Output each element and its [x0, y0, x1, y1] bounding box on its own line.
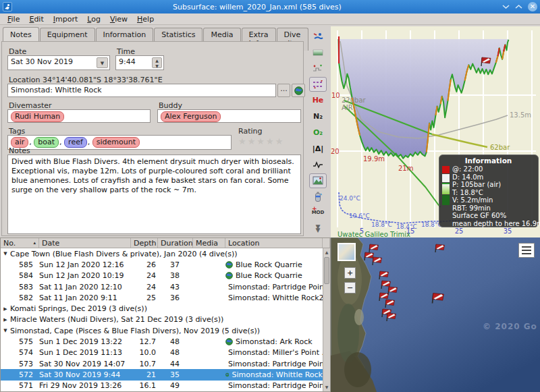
globe-icon — [294, 86, 303, 95]
window-title: Subsurface: willem_2020_Jan.xml (585 div… — [12, 3, 502, 11]
profile-toolbar: He N₂ O₂ |Δ| — [305, 25, 331, 237]
rating-label: Rating — [238, 127, 262, 136]
chevron-down-icon[interactable]: ▼ — [97, 57, 108, 68]
tag-chip-sidemount[interactable]: sidemount — [92, 137, 140, 148]
scroll-down-icon[interactable]: ▼ — [323, 383, 330, 391]
expand-icon[interactable]: ▶ — [1, 306, 10, 312]
svg-text:18.4°C: 18.4°C — [396, 223, 417, 230]
tag-chip-reef[interactable]: reef — [64, 137, 87, 148]
dive-row-575[interactable]: 575Sun 1 Dec 2019 13:2212.748Simonstad: … — [1, 336, 323, 347]
dive-row-572[interactable]: 572Sat 30 Nov 2019 9:442135Simonstad: Wh… — [1, 369, 323, 380]
star-icon[interactable]: ★ — [238, 136, 248, 146]
show-photos-button[interactable] — [309, 173, 327, 188]
dive-row-583[interactable]: 583Sat 11 Jan 2020 12:102443Simonstad: P… — [1, 281, 323, 292]
rating-stars[interactable]: ★★★★★ — [238, 136, 284, 146]
divemaster-input[interactable]: Rudi Human — [7, 109, 151, 123]
dive-row-582[interactable]: 582Sat 11 Jan 2020 9:112536Simonstad: Wh… — [1, 292, 323, 303]
trip-group-label: Komati Springs, Dec 2019 (3 dive(s)) — [10, 304, 147, 313]
map-zoom-out-button[interactable]: − — [344, 282, 356, 293]
calculated-ceiling-button[interactable] — [309, 61, 327, 76]
tags-input[interactable]: air, boat, reef, sidemount — [7, 135, 232, 150]
expand-icon[interactable]: ▶ — [1, 317, 10, 323]
trip-group-label: Simonstad, Cape (Pisces & Blue Flash Div… — [10, 327, 260, 335]
ruler-button[interactable]: |Δ| — [309, 141, 327, 156]
notes-textarea[interactable]: Dived with Blue Flash Divers. 4th elemen… — [7, 155, 301, 234]
date-combobox[interactable]: Sat 30 Nov 2019 ▼ — [7, 55, 110, 70]
tooltip-title: Information — [442, 157, 535, 165]
column-header-duration[interactable]: Duration — [158, 238, 193, 248]
trip-group-label: Cape Town (Blue Flash Divers & private),… — [10, 250, 238, 258]
dive-row-571[interactable]: 571Fri 29 Nov 2019 13:2616.149Simonstad:… — [1, 381, 323, 391]
dive-mode-button[interactable] — [309, 29, 327, 44]
minimize-button[interactable] — [502, 4, 510, 9]
title-bar[interactable]: Subsurface: willem_2020_Jan.xml (585 div… — [0, 0, 540, 13]
toggle-n2-button[interactable]: N₂ — [309, 109, 327, 124]
toggle-o2-button[interactable]: O₂ — [309, 125, 327, 140]
dc-ceiling-button[interactable] — [309, 77, 327, 92]
trip-group-row[interactable]: ▶Miracle Waters (Nudi Divers), Sat 21 De… — [1, 314, 323, 325]
star-icon[interactable]: ★ — [266, 136, 275, 146]
column-header-media[interactable]: Media — [193, 238, 225, 248]
svg-text:18.8°C: 18.8°C — [371, 221, 392, 228]
globe-icon — [225, 261, 233, 269]
trip-group-row[interactable]: ▶Komati Springs, Dec 2019 (3 dive(s)) — [1, 303, 323, 314]
maximize-button[interactable] — [515, 4, 522, 9]
dive-list-header: No.▴DateDepthDurationMediaLocation — [1, 238, 330, 248]
profile-shading-button[interactable] — [309, 45, 327, 60]
map-menu-button[interactable] — [518, 243, 535, 258]
map-copyright: © 2020 Go — [483, 322, 537, 331]
collapse-icon[interactable]: ▼ — [1, 328, 10, 333]
time-value: 9:44 — [119, 57, 136, 66]
star-icon[interactable]: ★ — [248, 136, 257, 146]
menu-import[interactable]: Import — [49, 14, 83, 24]
buddy-input[interactable]: Alex Ferguson — [157, 109, 301, 123]
collapse-icon[interactable]: ▼ — [1, 251, 10, 256]
dive-profile-chart[interactable]: 10205152535220barAIR62bar13.5m19.9m21m24… — [331, 25, 540, 237]
column-header-location[interactable]: Location — [225, 238, 323, 248]
menu-file[interactable]: File — [3, 14, 24, 24]
menu-edit[interactable]: Edit — [24, 14, 48, 24]
svg-text:20: 20 — [331, 148, 340, 155]
globe-icon — [225, 338, 233, 345]
minimap-thumbnail[interactable] — [338, 243, 356, 261]
toggle-he-button[interactable]: He — [309, 93, 327, 108]
menu-log[interactable]: Log — [82, 14, 105, 24]
tag-chip-boat[interactable]: boat — [34, 137, 59, 148]
collapse-toolbar-button[interactable]: ▼▼ — [309, 221, 327, 236]
star-icon[interactable]: ★ — [275, 136, 285, 146]
location-browse-button[interactable]: ... — [277, 84, 290, 97]
dive-site-map[interactable]: + − © 2020 Go — [331, 237, 540, 392]
dive-row-585[interactable]: 585Sun 12 Jan 2020 12:162637Blue Rock Qu… — [1, 259, 323, 270]
trip-group-row[interactable]: ▼Simonstad, Cape (Pisces & Blue Flash Di… — [1, 325, 323, 336]
menu-view[interactable]: View — [105, 14, 132, 24]
dive-row-584[interactable]: 584Sun 12 Jan 2020 10:192438Blue Rock Qu… — [1, 271, 323, 281]
diver-icon — [4, 3, 11, 10]
svg-text:21m: 21m — [398, 165, 413, 172]
divemaster-chip[interactable]: Rudi Human — [11, 111, 64, 122]
dive-row-574[interactable]: 574Sun 1 Dec 2019 11:1310.048Simonstad: … — [1, 347, 323, 358]
spinner-arrows-icon[interactable]: ▲▼ — [152, 57, 162, 68]
heart-rate-button[interactable] — [309, 157, 327, 172]
location-value: Simonstad: Whittle Rock — [11, 86, 102, 94]
location-input[interactable]: Simonstad: Whittle Rock — [7, 84, 276, 97]
star-icon[interactable]: ★ — [256, 136, 266, 146]
column-header-no[interactable]: No.▴ — [1, 238, 39, 248]
dive-row-573[interactable]: 573Sat 30 Nov 2019 14:0710.744Simonstad:… — [1, 358, 323, 369]
scrollbar-thumb[interactable] — [324, 257, 329, 284]
buddy-chip[interactable]: Alex Ferguson — [161, 111, 221, 122]
tank-bar-button[interactable] — [309, 190, 327, 204]
menu-help[interactable]: Help — [132, 14, 159, 24]
column-header-depth[interactable]: Depth — [131, 238, 158, 248]
dc-ceiling-icon — [313, 80, 323, 88]
time-spinbox[interactable]: 9:44 ▲▼ — [115, 55, 164, 70]
close-button[interactable]: ✕ — [528, 2, 537, 11]
mod-button[interactable]: + MOD — [309, 205, 327, 220]
column-header-date[interactable]: Date — [39, 238, 131, 248]
globe-button[interactable] — [292, 84, 305, 97]
svg-text:220bar: 220bar — [342, 96, 367, 104]
date-value: Sat 30 Nov 2019 — [11, 57, 73, 66]
map-zoom-in-button[interactable]: + — [344, 267, 356, 279]
scroll-up-icon[interactable]: ▲ — [323, 248, 330, 256]
dive-list-scrollbar[interactable]: ▲ ▼ — [323, 248, 330, 391]
trip-group-row[interactable]: ▼Cape Town (Blue Flash Divers & private)… — [1, 248, 323, 259]
